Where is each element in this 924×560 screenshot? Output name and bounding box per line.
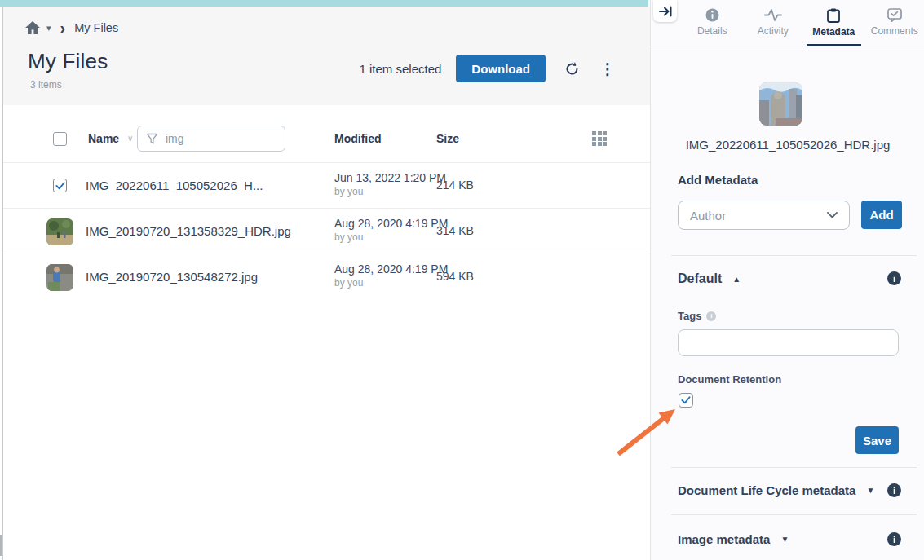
metadata-select-value: Author bbox=[690, 209, 726, 223]
default-info-icon[interactable]: i bbox=[887, 271, 901, 285]
name-filter-input[interactable] bbox=[166, 132, 263, 145]
file-name[interactable]: IMG_20190720_130548272.jpg bbox=[86, 270, 258, 284]
home-icon[interactable] bbox=[24, 20, 41, 35]
left-scrollbar-thumb[interactable] bbox=[0, 535, 2, 556]
modified-by: by you bbox=[334, 186, 446, 197]
refresh-button[interactable] bbox=[562, 59, 581, 78]
sort-caret-icon[interactable]: ∨ bbox=[127, 134, 133, 143]
section-title: Document Life Cycle metadata bbox=[678, 483, 855, 497]
section-header-default[interactable]: Default ▲ bbox=[678, 271, 741, 286]
breadcrumb: ▾ › My Files bbox=[24, 20, 118, 35]
tags-label-row: Tags i bbox=[678, 310, 716, 322]
add-metadata-button[interactable]: Add bbox=[861, 201, 902, 229]
image-metadata-info-icon[interactable]: i bbox=[887, 532, 901, 546]
caret-down-icon: ▼ bbox=[780, 535, 789, 544]
app-screen: ▾ › My Files My Files 3 items 1 item sel… bbox=[0, 0, 924, 560]
file-preview-thumbnail bbox=[759, 82, 802, 126]
file-row-selected[interactable]: IMG_20220611_105052026_H... Jun 13, 2022… bbox=[3, 162, 650, 208]
file-row[interactable]: IMG_20190720_131358329_HDR.jpg Aug 28, 2… bbox=[3, 208, 650, 254]
files-header: ▾ › My Files My Files 3 items 1 item sel… bbox=[3, 7, 650, 105]
grid-view-icon[interactable] bbox=[592, 131, 608, 148]
download-button[interactable]: Download bbox=[456, 55, 546, 82]
file-name[interactable]: IMG_20190720_131358329_HDR.jpg bbox=[86, 224, 291, 238]
panel-file-name: IMG_20220611_105052026_HDR.jpg bbox=[651, 138, 924, 152]
tab-comments[interactable]: Comments bbox=[864, 0, 924, 46]
caret-up-icon: ▲ bbox=[732, 275, 741, 284]
file-size: 594 KB bbox=[436, 270, 474, 283]
file-modified: Aug 28, 2020 4:19 PM by you bbox=[334, 217, 448, 243]
column-header-name[interactable]: Name bbox=[88, 132, 119, 145]
top-accent-bar bbox=[0, 0, 648, 7]
collapse-arrow-icon bbox=[659, 6, 672, 17]
info-icon bbox=[705, 8, 719, 22]
modified-date: Aug 28, 2020 4:19 PM bbox=[334, 262, 448, 276]
collapse-panel-button[interactable] bbox=[653, 0, 677, 22]
activity-icon bbox=[764, 8, 782, 22]
section-divider bbox=[671, 255, 917, 256]
tags-input[interactable] bbox=[678, 329, 899, 356]
tab-label: Metadata bbox=[812, 27, 855, 37]
file-list: IMG_20220611_105052026_H... Jun 13, 2022… bbox=[3, 162, 650, 299]
section-divider bbox=[671, 467, 917, 468]
metadata-type-select[interactable]: Author bbox=[678, 201, 850, 230]
tab-label: Activity bbox=[758, 26, 789, 36]
toolbar: 1 item selected Download ⋮ bbox=[359, 51, 617, 86]
save-button[interactable]: Save bbox=[855, 426, 899, 454]
section-header-lifecycle[interactable]: Document Life Cycle metadata ▼ bbox=[678, 483, 874, 497]
row-checkbox-checked[interactable] bbox=[53, 179, 67, 192]
section-divider bbox=[671, 514, 917, 515]
files-main-area: ▾ › My Files My Files 3 items 1 item sel… bbox=[3, 7, 650, 560]
add-metadata-heading: Add Metadata bbox=[678, 173, 758, 187]
comment-icon bbox=[887, 8, 902, 22]
section-title: Default bbox=[678, 271, 722, 286]
breadcrumb-chevron-icon: › bbox=[60, 22, 66, 33]
chevron-down-icon bbox=[827, 212, 838, 218]
tags-info-icon[interactable]: i bbox=[706, 311, 716, 321]
tab-details[interactable]: Details bbox=[682, 0, 743, 46]
lifecycle-info-icon[interactable]: i bbox=[887, 483, 901, 497]
file-name[interactable]: IMG_20220611_105052026_H... bbox=[86, 179, 263, 192]
file-thumbnail[interactable] bbox=[46, 218, 73, 245]
file-size: 314 KB bbox=[436, 224, 474, 237]
panel-tabbar: Details Activity Metadata Comments bbox=[651, 0, 924, 46]
column-header-modified[interactable]: Modified bbox=[334, 132, 382, 145]
selection-status: 1 item selected bbox=[359, 62, 441, 76]
modified-date: Aug 28, 2020 4:19 PM bbox=[334, 217, 448, 230]
breadcrumb-current[interactable]: My Files bbox=[74, 21, 118, 34]
tab-label: Comments bbox=[871, 26, 918, 36]
clipboard-icon bbox=[827, 8, 840, 23]
section-header-image-metadata[interactable]: Image metadata ▼ bbox=[678, 532, 789, 546]
section-title: Image metadata bbox=[678, 532, 770, 546]
select-all-checkbox[interactable] bbox=[53, 132, 67, 146]
caret-down-icon: ▼ bbox=[866, 486, 874, 495]
tab-metadata[interactable]: Metadata bbox=[803, 0, 864, 46]
file-thumbnail[interactable] bbox=[46, 264, 73, 291]
file-modified: Jun 13, 2022 1:20 PM by you bbox=[334, 171, 446, 197]
file-size: 214 KB bbox=[436, 179, 474, 192]
file-modified: Aug 28, 2020 4:19 PM by you bbox=[334, 262, 448, 289]
refresh-icon bbox=[564, 61, 580, 77]
home-menu-caret-icon[interactable]: ▾ bbox=[46, 23, 51, 33]
page-title: My Files bbox=[28, 49, 108, 74]
document-retention-checkbox[interactable] bbox=[679, 393, 693, 408]
name-filter-box bbox=[137, 126, 285, 152]
tab-label: Details bbox=[697, 26, 727, 36]
modified-date: Jun 13, 2022 1:20 PM bbox=[334, 171, 446, 184]
items-count: 3 items bbox=[30, 79, 62, 90]
modified-by: by you bbox=[334, 231, 448, 243]
details-panel: Details Activity Metadata Comments bbox=[650, 0, 924, 560]
more-options-button[interactable]: ⋮ bbox=[598, 59, 617, 78]
kebab-icon: ⋮ bbox=[600, 60, 616, 78]
filter-funnel-icon bbox=[146, 133, 158, 145]
file-list-header: Name ∨ Modified Size bbox=[3, 118, 650, 162]
tags-label: Tags bbox=[678, 310, 701, 322]
retention-label: Document Retention bbox=[678, 373, 781, 386]
column-header-size[interactable]: Size bbox=[436, 132, 459, 145]
modified-by: by you bbox=[334, 277, 448, 289]
tab-activity[interactable]: Activity bbox=[743, 0, 804, 46]
file-row[interactable]: IMG_20190720_130548272.jpg Aug 28, 2020 … bbox=[3, 254, 650, 299]
